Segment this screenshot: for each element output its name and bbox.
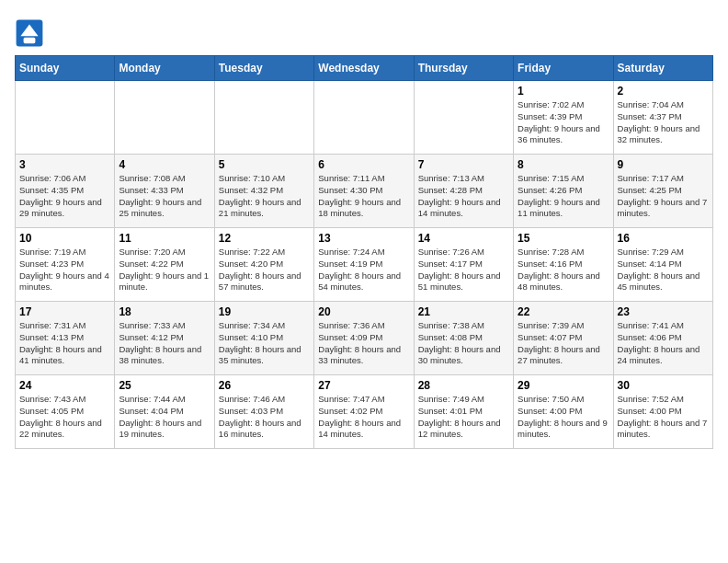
- day-info: Sunrise: 7:08 AM Sunset: 4:33 PM Dayligh…: [119, 173, 210, 220]
- day-info: Sunrise: 7:28 AM Sunset: 4:16 PM Dayligh…: [518, 247, 609, 293]
- calendar-cell: 9Sunrise: 7:17 AM Sunset: 4:25 PM Daylig…: [613, 155, 712, 228]
- calendar-cell: 17Sunrise: 7:31 AM Sunset: 4:13 PM Dayli…: [16, 302, 115, 375]
- calendar-cell: 23Sunrise: 7:41 AM Sunset: 4:06 PM Dayli…: [613, 302, 712, 375]
- calendar-cell: 1Sunrise: 7:02 AM Sunset: 4:39 PM Daylig…: [514, 81, 613, 155]
- day-info: Sunrise: 7:47 AM Sunset: 4:02 PM Dayligh…: [318, 394, 409, 441]
- day-number: 2: [618, 85, 709, 98]
- day-number: 5: [219, 158, 310, 171]
- day-info: Sunrise: 7:26 AM Sunset: 4:17 PM Dayligh…: [418, 247, 509, 293]
- calendar-table: SundayMondayTuesdayWednesdayThursdayFrid…: [15, 55, 713, 449]
- day-number: 19: [219, 305, 310, 318]
- calendar-cell: 10Sunrise: 7:19 AM Sunset: 4:23 PM Dayli…: [16, 228, 115, 302]
- day-number: 20: [318, 305, 409, 318]
- day-info: Sunrise: 7:19 AM Sunset: 4:23 PM Dayligh…: [19, 247, 110, 293]
- day-info: Sunrise: 7:29 AM Sunset: 4:14 PM Dayligh…: [618, 247, 709, 293]
- day-number: 21: [418, 305, 509, 318]
- day-info: Sunrise: 7:02 AM Sunset: 4:39 PM Dayligh…: [518, 99, 609, 146]
- day-number: 14: [418, 232, 509, 245]
- calendar-cell: 30Sunrise: 7:52 AM Sunset: 4:00 PM Dayli…: [613, 375, 712, 449]
- day-number: 8: [518, 158, 609, 171]
- day-number: 16: [618, 232, 709, 245]
- day-number: 17: [19, 305, 110, 318]
- calendar-cell: 19Sunrise: 7:34 AM Sunset: 4:10 PM Dayli…: [214, 302, 313, 375]
- day-number: 13: [318, 232, 409, 245]
- calendar-cell: 6Sunrise: 7:11 AM Sunset: 4:30 PM Daylig…: [314, 155, 414, 228]
- calendar-cell: 15Sunrise: 7:28 AM Sunset: 4:16 PM Dayli…: [514, 228, 613, 302]
- day-number: 11: [119, 232, 210, 245]
- day-info: Sunrise: 7:31 AM Sunset: 4:13 PM Dayligh…: [19, 320, 110, 367]
- day-info: Sunrise: 7:13 AM Sunset: 4:28 PM Dayligh…: [418, 173, 509, 220]
- weekday-header: Saturday: [613, 56, 712, 81]
- logo-icon: [15, 18, 44, 48]
- day-info: Sunrise: 7:17 AM Sunset: 4:25 PM Dayligh…: [618, 173, 709, 220]
- calendar-cell: 28Sunrise: 7:49 AM Sunset: 4:01 PM Dayli…: [414, 375, 513, 449]
- day-number: 30: [618, 379, 709, 392]
- calendar-cell: 16Sunrise: 7:29 AM Sunset: 4:14 PM Dayli…: [613, 228, 712, 302]
- day-number: 22: [518, 305, 609, 318]
- day-info: Sunrise: 7:24 AM Sunset: 4:19 PM Dayligh…: [318, 247, 409, 293]
- calendar-cell: [16, 81, 115, 155]
- calendar-cell: 4Sunrise: 7:08 AM Sunset: 4:33 PM Daylig…: [115, 155, 214, 228]
- calendar-cell: 22Sunrise: 7:39 AM Sunset: 4:07 PM Dayli…: [514, 302, 613, 375]
- weekday-header: Sunday: [16, 56, 115, 81]
- day-number: 12: [219, 232, 310, 245]
- day-info: Sunrise: 7:46 AM Sunset: 4:03 PM Dayligh…: [219, 394, 310, 441]
- day-info: Sunrise: 7:50 AM Sunset: 4:00 PM Dayligh…: [518, 394, 609, 441]
- calendar-cell: 2Sunrise: 7:04 AM Sunset: 4:37 PM Daylig…: [613, 81, 712, 155]
- day-info: Sunrise: 7:22 AM Sunset: 4:20 PM Dayligh…: [219, 247, 310, 293]
- day-number: 24: [19, 379, 110, 392]
- day-number: 28: [418, 379, 509, 392]
- day-number: 3: [19, 158, 110, 171]
- calendar-cell: [214, 81, 313, 155]
- day-info: Sunrise: 7:33 AM Sunset: 4:12 PM Dayligh…: [119, 320, 210, 367]
- day-info: Sunrise: 7:52 AM Sunset: 4:00 PM Dayligh…: [618, 394, 709, 441]
- weekday-header: Wednesday: [314, 56, 414, 81]
- day-info: Sunrise: 7:20 AM Sunset: 4:22 PM Dayligh…: [119, 247, 210, 293]
- calendar-cell: 12Sunrise: 7:22 AM Sunset: 4:20 PM Dayli…: [214, 228, 313, 302]
- logo: [15, 18, 48, 48]
- day-number: 9: [618, 158, 709, 171]
- calendar-cell: 21Sunrise: 7:38 AM Sunset: 4:08 PM Dayli…: [414, 302, 513, 375]
- calendar-cell: 18Sunrise: 7:33 AM Sunset: 4:12 PM Dayli…: [115, 302, 214, 375]
- calendar-cell: 3Sunrise: 7:06 AM Sunset: 4:35 PM Daylig…: [16, 155, 115, 228]
- calendar-cell: [414, 81, 513, 155]
- calendar-header: SundayMondayTuesdayWednesdayThursdayFrid…: [16, 56, 713, 81]
- day-info: Sunrise: 7:41 AM Sunset: 4:06 PM Dayligh…: [618, 320, 709, 367]
- calendar-cell: 25Sunrise: 7:44 AM Sunset: 4:04 PM Dayli…: [115, 375, 214, 449]
- weekday-header: Tuesday: [214, 56, 313, 81]
- day-info: Sunrise: 7:44 AM Sunset: 4:04 PM Dayligh…: [119, 394, 210, 441]
- day-info: Sunrise: 7:15 AM Sunset: 4:26 PM Dayligh…: [518, 173, 609, 220]
- day-number: 15: [518, 232, 609, 245]
- calendar-cell: 7Sunrise: 7:13 AM Sunset: 4:28 PM Daylig…: [414, 155, 513, 228]
- day-info: Sunrise: 7:06 AM Sunset: 4:35 PM Dayligh…: [19, 173, 110, 220]
- day-number: 18: [119, 305, 210, 318]
- calendar-cell: 24Sunrise: 7:43 AM Sunset: 4:05 PM Dayli…: [16, 375, 115, 449]
- calendar-cell: 11Sunrise: 7:20 AM Sunset: 4:22 PM Dayli…: [115, 228, 214, 302]
- day-number: 27: [318, 379, 409, 392]
- calendar-cell: 8Sunrise: 7:15 AM Sunset: 4:26 PM Daylig…: [514, 155, 613, 228]
- day-info: Sunrise: 7:49 AM Sunset: 4:01 PM Dayligh…: [418, 394, 509, 441]
- day-info: Sunrise: 7:11 AM Sunset: 4:30 PM Dayligh…: [318, 173, 409, 220]
- day-number: 25: [119, 379, 210, 392]
- day-info: Sunrise: 7:10 AM Sunset: 4:32 PM Dayligh…: [219, 173, 310, 220]
- weekday-header: Thursday: [414, 56, 513, 81]
- day-info: Sunrise: 7:36 AM Sunset: 4:09 PM Dayligh…: [318, 320, 409, 367]
- day-info: Sunrise: 7:34 AM Sunset: 4:10 PM Dayligh…: [219, 320, 310, 367]
- svg-rect-2: [24, 38, 36, 43]
- day-info: Sunrise: 7:04 AM Sunset: 4:37 PM Dayligh…: [618, 99, 709, 146]
- calendar-cell: [115, 81, 214, 155]
- day-number: 29: [518, 379, 609, 392]
- calendar-cell: 29Sunrise: 7:50 AM Sunset: 4:00 PM Dayli…: [514, 375, 613, 449]
- day-number: 7: [418, 158, 509, 171]
- day-info: Sunrise: 7:43 AM Sunset: 4:05 PM Dayligh…: [19, 394, 110, 441]
- calendar-cell: 14Sunrise: 7:26 AM Sunset: 4:17 PM Dayli…: [414, 228, 513, 302]
- day-info: Sunrise: 7:39 AM Sunset: 4:07 PM Dayligh…: [518, 320, 609, 367]
- calendar-cell: 13Sunrise: 7:24 AM Sunset: 4:19 PM Dayli…: [314, 228, 414, 302]
- weekday-header: Friday: [514, 56, 613, 81]
- day-number: 6: [318, 158, 409, 171]
- day-number: 26: [219, 379, 310, 392]
- header: [15, 15, 713, 48]
- calendar-cell: [314, 81, 414, 155]
- day-number: 10: [19, 232, 110, 245]
- calendar-cell: 5Sunrise: 7:10 AM Sunset: 4:32 PM Daylig…: [214, 155, 313, 228]
